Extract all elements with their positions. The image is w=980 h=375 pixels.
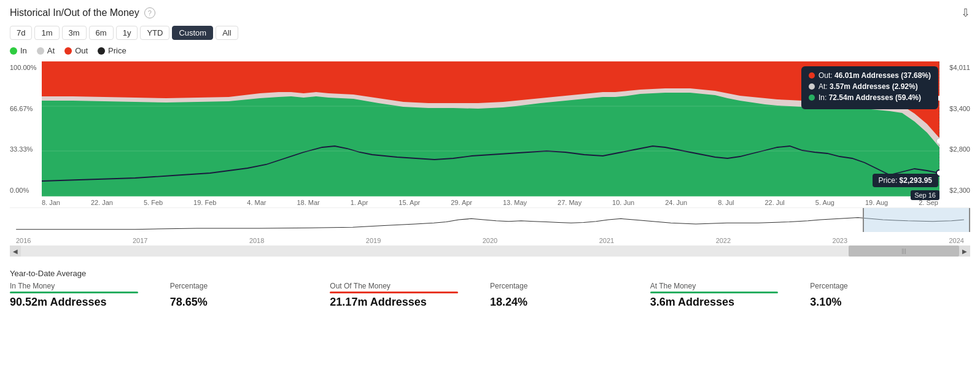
nav-2024: 2024: [949, 237, 964, 244]
filter-ytd[interactable]: YTD: [140, 26, 169, 40]
stats-in-pct-underline: [170, 292, 298, 293]
nav-2017: 2017: [133, 237, 147, 244]
nav-2021: 2021: [599, 237, 614, 244]
stats-in-pct-value: 78.65%: [170, 296, 330, 309]
navigator-svg: [10, 208, 970, 232]
nav-2020: 2020: [483, 237, 497, 244]
price-label: Price: [108, 46, 126, 55]
stats-at-label: At The Money: [650, 282, 811, 290]
page-title: Historical In/Out of the Money: [10, 7, 139, 18]
stats-out-underline: [330, 292, 458, 293]
filter-1m[interactable]: 1m: [34, 26, 59, 40]
nav-2018: 2018: [249, 237, 264, 244]
scroll-bar[interactable]: ◀ ||| ▶: [10, 245, 970, 257]
x-label-0: 8. Jan: [42, 199, 60, 206]
page-container: Historical In/Out of the Money ? ⇩ 7d 1m…: [0, 0, 980, 315]
header-row: Historical In/Out of the Money ? ⇩: [10, 6, 970, 20]
stats-out-pct-value: 18.24%: [490, 296, 650, 309]
at-label: At: [47, 46, 55, 55]
navigator-selection[interactable]: [863, 208, 970, 232]
stats-out-pct-label: Percentage: [490, 282, 650, 290]
y-axis: 100.00% 66.67% 33.33% 0.00%: [10, 61, 42, 196]
nav-2023: 2023: [833, 237, 847, 244]
tooltip-in-value: 72.54m Addresses (59.4%): [829, 93, 921, 102]
x-label-15: 5. Aug: [815, 199, 834, 206]
stats-in-value: 90.52m Addresses: [10, 296, 170, 309]
tooltip-at-dot: [809, 83, 815, 90]
legend-in: In: [10, 46, 27, 55]
tooltip-at-label: At: 3.57m Addresses (2.92%): [819, 82, 918, 91]
nav-2019: 2019: [366, 237, 381, 244]
price-4011: $4,011: [939, 64, 970, 71]
scroll-left-arrow[interactable]: ◀: [10, 245, 21, 257]
stats-in-pct: Percentage 78.65%: [170, 282, 330, 309]
legend-price: Price: [98, 46, 126, 55]
tooltip-out-row: Out: 46.01m Addresses (37.68%): [809, 71, 931, 80]
scroll-track[interactable]: |||: [21, 245, 959, 257]
date-label: Sep 16: [911, 190, 939, 200]
y-67: 66.67%: [10, 105, 42, 112]
stats-out-label: Out Of The Money: [330, 282, 490, 290]
tooltip-price-box: Price: $2,293.95: [873, 174, 938, 187]
stats-in-money: In The Money 90.52m Addresses: [10, 282, 170, 309]
tooltip-in-dot: [809, 95, 815, 101]
tooltip-out-dot: [809, 72, 815, 79]
in-dot: [10, 47, 17, 55]
tooltip-box: Out: 46.01m Addresses (37.68%) At: 3.57m…: [801, 66, 938, 109]
filter-7d[interactable]: 7d: [10, 26, 32, 40]
y-0: 0.00%: [10, 187, 42, 194]
filter-1y[interactable]: 1y: [116, 26, 138, 40]
stats-at-pct-value: 3.10%: [810, 296, 970, 309]
legend: In At Out Price: [10, 46, 970, 55]
price-2300: $2,300: [939, 187, 970, 194]
tooltip-in-label: In: 72.54m Addresses (59.4%): [819, 93, 921, 102]
download-button[interactable]: ⇩: [961, 6, 970, 20]
y-100: 100.00%: [10, 64, 42, 71]
help-icon[interactable]: ?: [144, 7, 155, 18]
x-label-14: 22. Jul: [764, 199, 784, 206]
stats-out-value: 21.17m Addresses: [330, 296, 490, 309]
at-dot: [37, 47, 44, 55]
tooltip-out-value: 46.01m Addresses (37.68%): [834, 71, 931, 80]
navigator-x-axis: 2016 2017 2018 2019 2020 2021 2022 2023 …: [10, 237, 970, 244]
stats-section: Year-to-Date Average In The Money 90.52m…: [10, 265, 970, 309]
stats-at-pct: Percentage 3.10%: [810, 282, 970, 309]
stats-out-pct-underline: [490, 292, 618, 293]
scroll-thumb[interactable]: |||: [849, 245, 959, 257]
x-label-9: 13. May: [503, 199, 527, 206]
x-label-1: 22. Jan: [91, 199, 113, 206]
stats-at-value: 3.6m Addresses: [650, 296, 811, 309]
filter-all[interactable]: All: [216, 26, 238, 40]
x-axis: 8. Jan 22. Jan 5. Feb 19. Feb 4. Mar 18.…: [10, 199, 970, 206]
chart-svg-container: Out: 46.01m Addresses (37.68%) At: 3.57m…: [42, 61, 939, 196]
x-label-5: 18. Mar: [297, 199, 319, 206]
price-2800: $2,800: [939, 145, 970, 153]
scroll-right-arrow[interactable]: ▶: [959, 245, 970, 257]
legend-out: Out: [64, 46, 88, 55]
filter-6m[interactable]: 6m: [89, 26, 114, 40]
in-label: In: [20, 46, 27, 55]
tooltip-price-text: Price: $2,293.95: [879, 176, 932, 185]
tooltip-at-row: At: 3.57m Addresses (2.92%): [809, 82, 931, 91]
legend-at: At: [37, 46, 55, 55]
stats-row: In The Money 90.52m Addresses Percentage…: [10, 282, 970, 309]
stats-at-underline: [650, 292, 779, 293]
filter-3m[interactable]: 3m: [62, 26, 87, 40]
stats-at-money: At The Money 3.6m Addresses: [650, 282, 811, 309]
out-label: Out: [75, 46, 88, 55]
header-left: Historical In/Out of the Money ?: [10, 7, 155, 18]
out-dot: [64, 47, 72, 55]
filter-custom[interactable]: Custom: [172, 26, 213, 40]
price-axis: $4,011 $3,400 $2,800 $2,300: [939, 61, 970, 196]
stats-out-pct: Percentage 18.24%: [490, 282, 650, 309]
scroll-thumb-handle: |||: [849, 245, 959, 257]
x-label-7: 15. Apr: [399, 199, 420, 206]
price-3400: $3,400: [939, 105, 970, 112]
tooltip-in-row: In: 72.54m Addresses (59.4%): [809, 93, 931, 102]
stats-in-label: In The Money: [10, 282, 170, 290]
x-label-8: 29. Apr: [451, 199, 472, 206]
stats-in-pct-label: Percentage: [170, 282, 330, 290]
navigator-chart: [10, 208, 970, 232]
stats-in-underline: [10, 292, 138, 293]
tooltip-at-value: 3.57m Addresses (2.92%): [830, 82, 918, 91]
